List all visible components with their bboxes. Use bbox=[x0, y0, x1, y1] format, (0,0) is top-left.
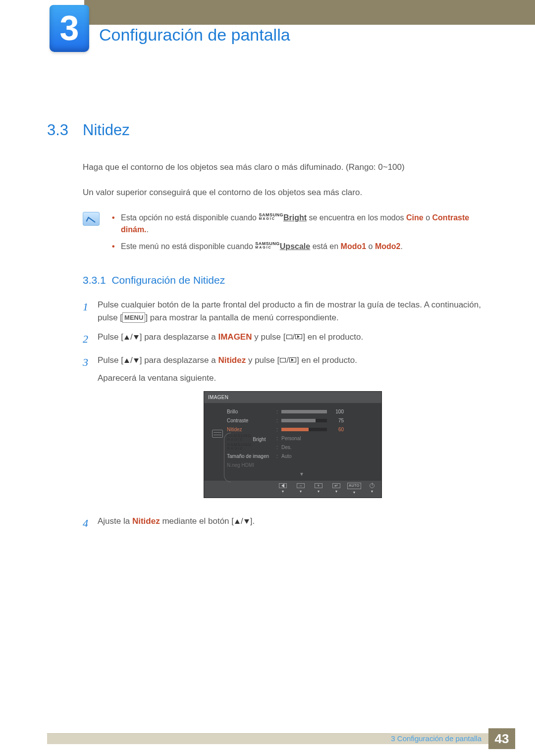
intro-paragraph-1: Haga que el contorno de los objetos sea … bbox=[83, 161, 488, 174]
header-bar bbox=[84, 0, 535, 25]
osd-row-contraste: Contraste: 75 bbox=[227, 416, 376, 425]
step-3: 3 Pulse [/] para desplazarse a Nitidez y… bbox=[83, 354, 488, 508]
note-icon bbox=[83, 212, 100, 226]
step-1: 1 Pulse cualquier botón de la parte fron… bbox=[83, 299, 488, 324]
triangle-up-icon bbox=[124, 358, 129, 363]
osd-row-nitidez: Nitidez: 60 bbox=[227, 425, 376, 434]
section-heading: 3.3Nitidez bbox=[47, 119, 488, 142]
page-footer: 3 Configuración de pantalla 43 bbox=[47, 733, 515, 744]
rect-play-icon bbox=[289, 357, 296, 362]
subsection-heading: 3.3.1 Configuración de Nitidez bbox=[83, 272, 488, 288]
osd-row-hdmi: N.neg HDMI bbox=[227, 460, 376, 469]
rect-icon bbox=[280, 358, 286, 362]
step-2: 2 Pulse [/] para desplazarse a IMAGEN y … bbox=[83, 331, 488, 347]
osd-row-tamano: Tamaño de imagen: Auto bbox=[227, 452, 376, 460]
step-number: 4 bbox=[83, 515, 98, 531]
step-body: Pulse [/] para desplazarse a IMAGEN y pu… bbox=[98, 331, 488, 347]
step-body: Pulse cualquier botón de la parte fronta… bbox=[98, 299, 488, 324]
note-item-2: Este menú no está disponible cuando SAMS… bbox=[112, 241, 488, 252]
chapter-number-badge: 3 bbox=[50, 5, 89, 52]
page-content: 3.3Nitidez Haga que el contorno de los o… bbox=[0, 25, 535, 531]
step-number: 2 bbox=[83, 331, 98, 347]
step-4: 4 Ajuste la Nitidez mediante el botón [/… bbox=[83, 515, 488, 531]
chapter-title: Configuración de pantalla bbox=[99, 22, 290, 48]
step-body: Pulse [/] para desplazarse a Nitidez y p… bbox=[98, 354, 488, 508]
step-body: Ajuste la Nitidez mediante el botón [/]. bbox=[98, 515, 488, 531]
footer-bar bbox=[47, 733, 391, 744]
subsection-title: Configuración de Nitidez bbox=[111, 274, 225, 286]
intro-paragraph-2: Un valor superior conseguirá que el cont… bbox=[83, 186, 488, 199]
osd-footer-minus: −▾ bbox=[294, 483, 307, 495]
triangle-up-icon bbox=[235, 519, 240, 524]
osd-footer-power: ▾ bbox=[366, 483, 378, 495]
osd-down-arrow: ▼ bbox=[227, 469, 376, 480]
osd-row-magic: SAMSUNGMAGIC: Des. bbox=[227, 443, 376, 452]
note-block: Esta opción no está disponible cuando SA… bbox=[83, 212, 488, 257]
step-number: 1 bbox=[83, 299, 98, 324]
footer-label: 3 Configuración de pantalla bbox=[391, 733, 488, 744]
rect-icon bbox=[286, 335, 292, 339]
osd-row-brillo: Brillo: 100 bbox=[227, 407, 376, 416]
section-number: 3.3 bbox=[47, 119, 83, 142]
chapter-number: 3 bbox=[60, 2, 79, 54]
rect-play-icon bbox=[295, 334, 302, 339]
samsung-magic-label: SAMSUNGMAGIC bbox=[259, 213, 283, 221]
section-title: Nitidez bbox=[83, 121, 130, 139]
triangle-down-icon bbox=[134, 358, 139, 363]
power-icon bbox=[370, 483, 374, 488]
osd-sidebar bbox=[208, 407, 227, 480]
triangle-left-icon bbox=[281, 484, 284, 488]
osd-rows: Brillo: 100 Contraste: 75 Nitidez: bbox=[227, 407, 376, 480]
osd-title: IMAGEN bbox=[204, 392, 381, 403]
osd-curve-icon bbox=[224, 433, 231, 482]
osd-footer-auto: AUTO▾ bbox=[348, 483, 361, 496]
osd-footer-plus: +▾ bbox=[312, 483, 325, 495]
note-list: Esta opción no está disponible cuando SA… bbox=[112, 212, 488, 257]
triangle-down-icon bbox=[244, 519, 249, 524]
osd-footer-back: ▾ bbox=[276, 483, 289, 495]
page-number: 43 bbox=[488, 728, 515, 749]
step-number: 3 bbox=[83, 354, 98, 508]
osd-row-magic-bright: SAMSUNGMAGIC Bright: Personal bbox=[227, 434, 376, 443]
osd-category-icon bbox=[212, 430, 223, 438]
samsung-magic-label: SAMSUNGMAGIC bbox=[255, 242, 280, 250]
osd-footer-enter: ↵▾ bbox=[330, 483, 343, 495]
osd-screenshot: IMAGEN Brillo: 100 Contraste: bbox=[204, 391, 382, 498]
triangle-up-icon bbox=[124, 335, 129, 340]
note-item-1: Esta opción no está disponible cuando SA… bbox=[112, 212, 488, 236]
subsection-number: 3.3.1 bbox=[83, 274, 106, 286]
osd-body: Brillo: 100 Contraste: 75 Nitidez: bbox=[204, 403, 381, 481]
triangle-down-icon bbox=[134, 335, 139, 340]
menu-button-label: MENU bbox=[122, 312, 145, 323]
osd-footer: ▾ −▾ +▾ ↵▾ AUTO▾ ▾ bbox=[204, 481, 381, 498]
